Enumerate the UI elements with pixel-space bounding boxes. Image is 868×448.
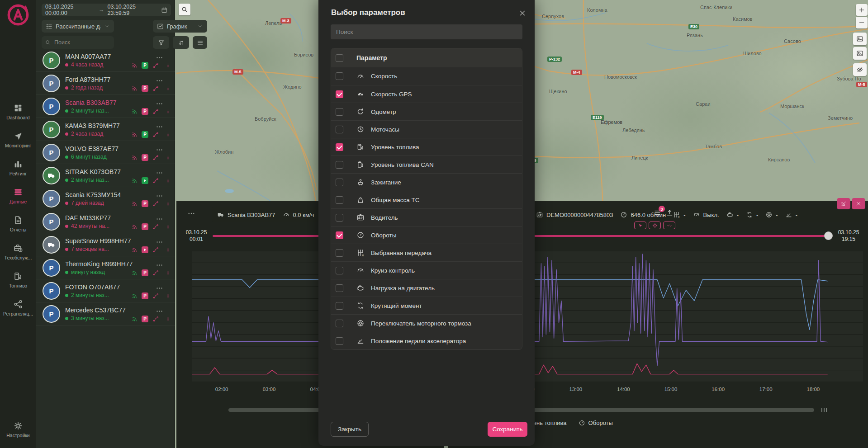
parameter-checkbox[interactable] <box>336 231 343 239</box>
parameter-checkbox[interactable] <box>336 126 343 133</box>
vehicle-row[interactable]: P VOLVO E387AE77 6 минут назад P <box>36 141 175 164</box>
info-icon[interactable] <box>165 269 171 276</box>
row-menu-icon[interactable] <box>156 261 163 269</box>
timeline-handle[interactable] <box>824 231 833 240</box>
info-icon[interactable] <box>165 177 171 184</box>
route-icon[interactable] <box>152 246 159 253</box>
scrollbar-grip[interactable] <box>821 408 827 412</box>
sidebar-item-nav-arrow[interactable]: Мониторинг <box>0 126 36 154</box>
parameter-checkbox[interactable] <box>336 161 343 169</box>
parameter-search-input[interactable] <box>331 24 522 39</box>
modal-cancel-button[interactable]: Закрыть <box>331 422 369 437</box>
vehicle-row[interactable]: P FOTON O707AB77 2 минуты наз... P <box>36 279 175 302</box>
sidebar-item-document[interactable]: Отчёты <box>0 210 36 238</box>
legend-list-button[interactable]: 3 <box>654 209 661 217</box>
parameter-row[interactable]: Скорость <box>331 67 522 85</box>
parameter-checkbox[interactable] <box>336 267 343 274</box>
vehicle-row[interactable]: SITRAK K073OB77 2 минуты наз... <box>36 164 175 187</box>
parameter-checkbox[interactable] <box>336 284 343 292</box>
parameter-checkbox[interactable] <box>336 302 343 310</box>
parameter-row[interactable]: Нагрузка на двигатель <box>331 279 522 297</box>
parameter-row[interactable]: Обороты <box>331 226 522 244</box>
parameter-row[interactable]: R Выбранная передача <box>331 244 522 261</box>
vehicle-search-input[interactable] <box>42 36 114 49</box>
vehicle-row[interactable]: P Scania K753МУ154 7 дней назад P <box>36 187 175 210</box>
legend-item[interactable]: Обороты <box>579 420 613 426</box>
row-menu-icon[interactable] <box>156 215 163 223</box>
vehicle-row[interactable]: P Scania B303AB77 2 минуты наз... P <box>36 95 175 118</box>
row-menu-icon[interactable] <box>156 307 163 315</box>
route-icon[interactable] <box>152 131 159 138</box>
vehicle-row[interactable]: P MAN A007AA77 4 часа назад P <box>36 49 175 72</box>
target-mode-button[interactable] <box>649 222 661 229</box>
info-icon[interactable] <box>165 200 171 207</box>
parameter-row[interactable]: Общая масса ТС <box>331 191 522 208</box>
info-icon[interactable] <box>165 154 171 161</box>
row-menu-icon[interactable] <box>156 146 163 154</box>
route-icon[interactable] <box>152 108 159 115</box>
app-logo[interactable] <box>6 3 30 27</box>
export-button[interactable] <box>666 209 674 217</box>
info-icon[interactable] <box>165 316 171 322</box>
parameter-row[interactable]: Моточасы <box>331 120 522 138</box>
map-layer-alt-button[interactable] <box>853 47 867 60</box>
view-mode-select[interactable]: График <box>153 20 207 33</box>
sidebar-item-settings[interactable]: Настройки <box>0 415 36 443</box>
hide-track-button[interactable] <box>837 198 850 209</box>
vehicle-row[interactable]: P Ford A873HH77 2 года назад P <box>36 72 175 95</box>
info-icon[interactable] <box>165 246 171 253</box>
parameter-checkbox[interactable] <box>336 179 343 186</box>
date-range-picker[interactable]: 03.10.2025 00:00:00 → 03.10.2025 23:59:5… <box>42 4 171 16</box>
sidebar-item-fuel[interactable]: Топливо <box>0 266 36 294</box>
route-icon[interactable] <box>152 292 159 299</box>
row-menu-icon[interactable] <box>156 192 163 200</box>
row-menu-icon[interactable] <box>156 54 163 61</box>
parameter-row[interactable]: Переключатель моторного тормоза <box>331 314 522 332</box>
info-icon[interactable] <box>165 223 171 230</box>
parameter-row[interactable]: Крутящий момент <box>331 297 522 314</box>
parameter-checkbox[interactable] <box>336 108 343 116</box>
vehicle-row[interactable]: P ThermoKing H999HH77 минуту назад P <box>36 256 175 279</box>
route-icon[interactable] <box>152 154 159 161</box>
sidebar-item-share[interactable]: Ретрансляц... <box>0 294 36 322</box>
info-icon[interactable] <box>165 62 171 69</box>
route-icon[interactable] <box>152 85 159 92</box>
parameter-checkbox[interactable] <box>336 320 343 327</box>
info-icon[interactable] <box>165 108 171 115</box>
parameter-checkbox[interactable] <box>336 90 343 98</box>
parameter-row[interactable]: Водитель <box>331 208 522 226</box>
sidebar-item-rows[interactable]: Данные <box>0 182 36 210</box>
row-menu-icon[interactable] <box>156 169 163 177</box>
row-menu-icon[interactable] <box>156 100 163 108</box>
parameter-row[interactable]: Скорость GPS <box>331 85 522 103</box>
filter-button[interactable] <box>153 36 169 49</box>
route-icon[interactable] <box>152 316 159 322</box>
map-visibility-button[interactable] <box>853 63 867 76</box>
route-icon[interactable] <box>152 223 159 230</box>
row-menu-icon[interactable] <box>156 284 163 292</box>
curve-mode-button[interactable] <box>663 222 675 229</box>
sidebar-item-toolbox[interactable]: Техобслуж... <box>0 238 36 266</box>
modal-save-button[interactable]: Сохранить <box>488 422 527 437</box>
info-icon[interactable] <box>165 131 171 138</box>
modal-close-button[interactable] <box>518 9 526 17</box>
vehicle-row[interactable]: SuperSnow H998HH77 7 месяцев на... <box>36 233 175 256</box>
parameter-row[interactable]: Круиз-контроль <box>331 261 522 279</box>
parameter-checkbox[interactable] <box>336 72 343 80</box>
parameter-checkbox[interactable] <box>336 214 343 222</box>
row-menu-icon[interactable] <box>156 123 163 131</box>
vehicle-row[interactable]: P DAF M033KP77 42 минуты на... P <box>36 210 175 233</box>
route-icon[interactable] <box>152 177 159 184</box>
parameter-checkbox[interactable] <box>336 196 343 204</box>
cursor-mode-button[interactable] <box>634 222 646 229</box>
route-icon[interactable] <box>152 200 159 207</box>
zoom-out-button[interactable] <box>856 17 868 28</box>
row-menu-icon[interactable] <box>156 238 163 246</box>
parameter-row[interactable]: Положение педали акселератора <box>331 332 522 349</box>
vehicle-row[interactable]: P КАМАЗ B379MH77 2 часа назад P <box>36 118 175 141</box>
vehicle-row[interactable]: P Mercedes C537BC77 3 минуты наз... P <box>36 302 175 325</box>
parameter-checkbox[interactable] <box>336 143 343 151</box>
sidebar-item-bars[interactable]: Рейтинг <box>0 154 36 182</box>
zoom-in-button[interactable] <box>856 4 868 16</box>
data-mode-select[interactable]: Рассчитанные дан... <box>42 20 114 33</box>
